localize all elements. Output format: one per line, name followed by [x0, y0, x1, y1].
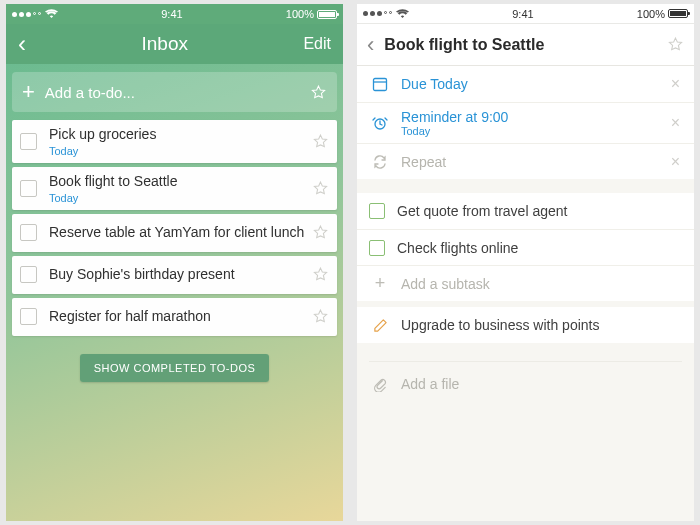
signal-dots-icon	[12, 12, 41, 17]
task-detail-screen: 9:41 100% ‹ Book flight to Seattle Due T…	[357, 4, 694, 521]
add-subtask-row[interactable]: + Add a subtask	[357, 265, 694, 301]
task-row[interactable]: Book flight to Seattle Today	[12, 167, 337, 210]
battery-icon	[317, 10, 337, 19]
star-icon[interactable]	[312, 266, 329, 283]
repeat-row[interactable]: Repeat ×	[357, 143, 694, 179]
task-row[interactable]: Register for half marathon	[12, 298, 337, 336]
detail-body: Due Today × Reminder at 9:00 Today × Rep…	[357, 66, 694, 521]
due-date-row[interactable]: Due Today ×	[357, 66, 694, 102]
pencil-icon	[369, 318, 391, 333]
star-icon[interactable]	[310, 84, 327, 101]
wifi-icon	[45, 9, 58, 19]
task-list: Pick up groceries Today Book flight to S…	[12, 120, 337, 336]
checkbox[interactable]	[369, 240, 385, 256]
repeat-label: Repeat	[401, 154, 669, 170]
task-row[interactable]: Reserve table at YamYam for client lunch	[12, 214, 337, 252]
checkbox[interactable]	[20, 266, 37, 283]
reminder-row[interactable]: Reminder at 9:00 Today ×	[357, 102, 694, 143]
task-row[interactable]: Buy Sophie's birthday present	[12, 256, 337, 294]
alarm-icon	[369, 115, 391, 131]
add-file-label: Add a file	[401, 376, 682, 392]
reminder-sublabel: Today	[401, 125, 669, 137]
status-time: 9:41	[512, 8, 533, 20]
star-icon[interactable]	[312, 224, 329, 241]
battery-pct: 100%	[637, 8, 665, 20]
add-subtask-label: Add a subtask	[401, 276, 682, 292]
status-time: 9:41	[161, 8, 182, 20]
task-subtitle: Today	[49, 192, 312, 204]
subtask-label: Get quote from travel agent	[397, 203, 682, 219]
svg-rect-0	[374, 79, 387, 91]
task-subtitle: Today	[49, 145, 312, 157]
inbox-body: + Add a to-do... Pick up groceries Today…	[6, 64, 343, 521]
star-icon[interactable]	[312, 133, 329, 150]
checkbox[interactable]	[20, 180, 37, 197]
subtask-label: Check flights online	[397, 240, 682, 256]
subtask-row[interactable]: Check flights online	[357, 229, 694, 265]
due-date-label: Due Today	[401, 76, 669, 92]
checkbox[interactable]	[369, 203, 385, 219]
repeat-icon	[369, 154, 391, 170]
signal-dots-icon	[363, 11, 392, 16]
task-title: Pick up groceries	[49, 126, 312, 143]
battery-pct: 100%	[286, 8, 314, 20]
show-completed-button[interactable]: SHOW COMPLETED TO-DOS	[80, 354, 270, 382]
plus-icon: +	[369, 273, 391, 294]
note-text: Upgrade to business with points	[401, 317, 682, 333]
task-title: Reserve table at YamYam for client lunch	[49, 224, 312, 241]
subtask-row[interactable]: Get quote from travel agent	[357, 193, 694, 229]
star-icon[interactable]	[312, 180, 329, 197]
checkbox[interactable]	[20, 224, 37, 241]
task-row[interactable]: Pick up groceries Today	[12, 120, 337, 163]
status-bar: 9:41 100%	[357, 4, 694, 24]
wifi-icon	[396, 9, 409, 19]
task-title: Buy Sophie's birthday present	[49, 266, 312, 283]
detail-nav-bar: ‹ Book flight to Seattle	[357, 24, 694, 66]
paperclip-icon	[369, 377, 391, 392]
edit-button[interactable]: Edit	[303, 35, 331, 53]
note-row[interactable]: Upgrade to business with points	[357, 307, 694, 343]
task-title: Book flight to Seattle	[49, 173, 312, 190]
calendar-icon	[369, 76, 391, 92]
inbox-screen: 9:41 100% ‹ Inbox Edit + Add a to-do... …	[6, 4, 343, 521]
back-icon[interactable]: ‹	[367, 32, 374, 58]
status-bar: 9:41 100%	[6, 4, 343, 24]
plus-icon: +	[22, 79, 35, 105]
task-title: Register for half marathon	[49, 308, 312, 325]
nav-title: Inbox	[141, 33, 187, 55]
battery-icon	[668, 9, 688, 18]
detail-title: Book flight to Seattle	[384, 36, 667, 54]
star-icon[interactable]	[312, 308, 329, 325]
nav-bar: ‹ Inbox Edit	[6, 24, 343, 64]
checkbox[interactable]	[20, 308, 37, 325]
checkbox[interactable]	[20, 133, 37, 150]
clear-icon[interactable]: ×	[669, 153, 682, 171]
clear-icon[interactable]: ×	[669, 75, 682, 93]
add-file-row[interactable]: Add a file	[357, 366, 694, 402]
star-icon[interactable]	[667, 36, 684, 53]
reminder-label: Reminder at 9:00	[401, 109, 508, 125]
add-todo-placeholder: Add a to-do...	[45, 84, 135, 101]
add-todo-input[interactable]: + Add a to-do...	[12, 72, 337, 112]
back-icon[interactable]: ‹	[18, 32, 26, 56]
clear-icon[interactable]: ×	[669, 114, 682, 132]
